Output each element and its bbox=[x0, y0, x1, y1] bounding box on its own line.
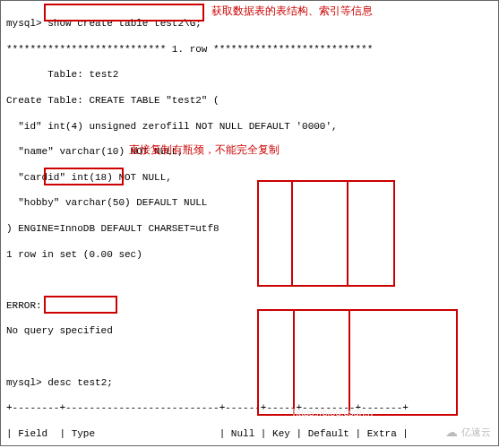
col-def: "cardid" int(18) NOT NULL, bbox=[18, 172, 172, 183]
cloud-icon: ☁ bbox=[445, 424, 458, 440]
col-def: "id" int(4) unsigned zerofill NOT NULL D… bbox=[18, 121, 337, 132]
col-def: "hobby" varchar(50) DEFAULT NULL bbox=[18, 197, 207, 208]
error-msg: No query specified bbox=[6, 324, 493, 337]
faint-watermark-url: https://blog.csdn.n bbox=[293, 406, 373, 418]
table-header-row: | Field | Type | Null | Key | Default | … bbox=[6, 427, 493, 440]
annotation-text: 直接复制有瓶颈，不能完全复制 bbox=[129, 143, 280, 158]
command-desc-test2[interactable]: desc test2; bbox=[47, 377, 113, 388]
stmt-open: CREATE TABLE "test2" ( bbox=[89, 95, 219, 106]
table-name: test2 bbox=[89, 69, 118, 80]
mysql-prompt: mysql> bbox=[6, 377, 42, 388]
timing-row: 1 row in set (0.00 sec) bbox=[6, 248, 493, 261]
error-label: ERROR: bbox=[6, 299, 493, 312]
label-create-table: Create Table: bbox=[6, 95, 83, 106]
watermark: ☁ 亿速云 bbox=[445, 424, 491, 440]
table-border: +--------+--------------------------+---… bbox=[6, 401, 493, 414]
command-show-create[interactable]: show create table test2\G; bbox=[47, 18, 202, 29]
stmt-close: ) ENGINE=InnoDB DEFAULT CHARSET=utf8 bbox=[6, 222, 493, 235]
label-table: Table: bbox=[47, 69, 83, 80]
row-marker: *************************** 1. row *****… bbox=[6, 43, 493, 56]
terminal-window: mysql> show create table test2\G; ******… bbox=[0, 0, 499, 446]
annotation-text: 获取数据表的表结构、索引等信息 bbox=[211, 4, 373, 19]
mysql-prompt: mysql> bbox=[6, 18, 42, 29]
watermark-text: 亿速云 bbox=[461, 426, 491, 438]
